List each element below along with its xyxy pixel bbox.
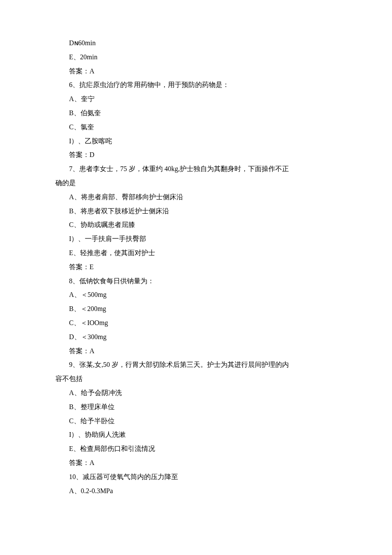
text-line: I）、一手扶肩一手扶臀部	[55, 232, 337, 246]
text-line: 6、抗疟原虫治疗的常用药物中，用于预防的药物是：	[55, 78, 337, 92]
text-line: E、检查局部伤口和引流情况	[55, 442, 337, 456]
text-line: I）、协助病人洗漱	[55, 428, 337, 442]
text-line: 答案：A	[55, 64, 337, 78]
text-line: E、轻推患者，使其面对护士	[55, 246, 337, 260]
text-line: B、将患者双下肢移近护士侧床沿	[55, 204, 337, 218]
text-line: A、＜500mg	[55, 288, 337, 302]
text-line: Dɴ60min	[55, 36, 337, 50]
text-line: 确的是	[55, 176, 337, 190]
text-line: E、20min	[55, 50, 337, 64]
text-line: C、协助或嘱患者屈膝	[55, 218, 337, 232]
text-line: B、＜200mg	[55, 302, 337, 316]
text-line: A、给予会阴冲洗	[55, 386, 337, 400]
document-page: Dɴ60minE、20min答案：A6、抗疟原虫治疗的常用药物中，用于预防的药物…	[0, 0, 392, 523]
text-line: D、＜300mg	[55, 330, 337, 344]
text-line: C、氯奎	[55, 120, 337, 134]
text-line: C、给予半卧位	[55, 414, 337, 428]
text-line: A、0.2-0.3MPa	[55, 484, 337, 498]
text-line: 9、张某,女,50 岁，行胃大部切除术后第三天。护士为其进行晨间护理的内	[55, 358, 337, 372]
text-line: 7、患者李女士，75 岁，体重约 40kg,护士独自为其翻身时，下面操作不正	[55, 162, 337, 176]
text-line: 答案：A	[55, 344, 337, 358]
text-line: 8、低钠饮食每日供钠量为：	[55, 274, 337, 288]
text-line: 容不包括	[55, 372, 337, 386]
text-line: B、伯氨奎	[55, 106, 337, 120]
text-line: I）、乙胺喀咤	[55, 134, 337, 148]
text-line: A、将患者肩部、臀部移向护士侧床沿	[55, 190, 337, 204]
text-line: C、＜IOOmg	[55, 316, 337, 330]
text-line: B、整理床单位	[55, 400, 337, 414]
text-line: 答案：A	[55, 456, 337, 470]
text-line: 答案：E	[55, 260, 337, 274]
text-line: 答案：D	[55, 148, 337, 162]
text-line: A、奎宁	[55, 92, 337, 106]
text-line: 10、减压器可使氧气筒内的压力降至	[55, 470, 337, 484]
